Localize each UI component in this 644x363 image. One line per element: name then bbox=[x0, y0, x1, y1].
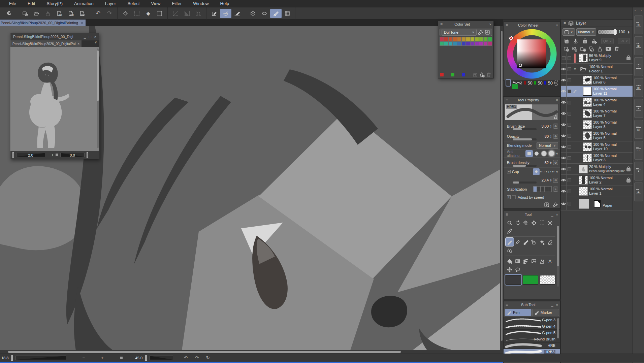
tab-pen[interactable]: Pen bbox=[505, 309, 532, 316]
zoom-out-button[interactable]: − bbox=[82, 355, 85, 360]
fill-tool[interactable] bbox=[506, 257, 514, 265]
material-folder-favorites-2[interactable]: ★ bbox=[634, 162, 643, 180]
document-tab-close-icon[interactable]: × bbox=[81, 21, 83, 25]
new-file-button[interactable] bbox=[19, 9, 31, 18]
delete-color-icon[interactable] bbox=[486, 72, 491, 77]
layer-checkbox[interactable] bbox=[567, 197, 572, 210]
brush-size-slider[interactable] bbox=[513, 128, 537, 130]
new-raster-layer-icon[interactable] bbox=[564, 46, 569, 52]
brush-mode-button[interactable] bbox=[270, 9, 282, 18]
layer-visibility-toggle[interactable] bbox=[561, 164, 567, 175]
auto-select-tool[interactable] bbox=[546, 219, 554, 227]
set-as-draft-dropdown[interactable]: Q×∨ bbox=[601, 38, 613, 44]
gap-collapse-toggle[interactable]: − bbox=[507, 170, 511, 173]
export-jpg-button[interactable]: jpg bbox=[54, 9, 65, 18]
navigator-scrollbar[interactable] bbox=[97, 48, 99, 148]
layer-visibility-toggle[interactable] bbox=[561, 75, 567, 86]
layer-row[interactable]: 100 % NormalLayer 10 bbox=[561, 141, 633, 153]
layer-checkbox[interactable] bbox=[567, 64, 572, 75]
layer-opacity-value[interactable]: 100 bbox=[618, 30, 625, 34]
color-swatch[interactable] bbox=[440, 37, 444, 41]
quick-red-swatch[interactable] bbox=[440, 73, 444, 76]
brush-density-dynamics-button[interactable]: ⊘ bbox=[553, 160, 558, 165]
pencil-tool[interactable] bbox=[514, 238, 522, 246]
color-swatch[interactable] bbox=[475, 41, 479, 46]
panel-menu-icon[interactable]: ≡ bbox=[506, 98, 508, 102]
tool-panel[interactable]: ≡ Tool _ × bbox=[503, 211, 560, 299]
palette-color-dropdown[interactable]: ∨ bbox=[562, 28, 575, 36]
opacity-slider[interactable] bbox=[513, 138, 537, 140]
layer-row[interactable]: 100 % NormalLayer 1 bbox=[561, 186, 633, 197]
restore-defaults-icon[interactable] bbox=[544, 202, 549, 207]
layer-checkbox[interactable] bbox=[567, 186, 572, 197]
color-swatch[interactable] bbox=[475, 37, 479, 41]
operation-tool[interactable] bbox=[506, 265, 514, 274]
color-swatch[interactable] bbox=[466, 41, 470, 46]
sub-tool-minimize-icon[interactable]: _ bbox=[551, 303, 553, 307]
layer-row[interactable]: 100 % NormalLayer 3 bbox=[561, 153, 633, 164]
color-wheel-close-icon[interactable]: × bbox=[556, 23, 558, 27]
sub-color-swatch[interactable] bbox=[512, 84, 518, 89]
merge-with-lower-layer-icon[interactable] bbox=[597, 46, 603, 52]
menu-story[interactable]: Story(P) bbox=[41, 1, 68, 6]
material-folder-image[interactable]: ▤ bbox=[634, 120, 643, 139]
layer-thumbnail[interactable] bbox=[579, 54, 588, 62]
transfer-to-lower-layer-icon[interactable] bbox=[589, 46, 594, 52]
layer-thumbnail[interactable] bbox=[583, 87, 592, 96]
layer-row[interactable]: 100 % NormalLayer 8 bbox=[561, 119, 633, 130]
open-file-button[interactable] bbox=[31, 9, 42, 18]
blend-tool[interactable] bbox=[506, 246, 514, 255]
layer-thumbnail[interactable] bbox=[579, 187, 588, 196]
gap-slider[interactable] bbox=[513, 182, 537, 184]
layer-row-selected[interactable]: 100 % NormalLayer 11 bbox=[561, 86, 633, 97]
deselect-button[interactable] bbox=[170, 9, 181, 18]
layer-visibility-toggle[interactable] bbox=[561, 64, 567, 75]
sub-tool-item[interactable]: G-pen 4 bbox=[504, 323, 560, 330]
brush-size-dynamics-button[interactable]: ⊘ bbox=[553, 124, 558, 129]
sub-tool-close-icon[interactable]: × bbox=[556, 303, 558, 307]
text-tool[interactable]: A bbox=[546, 257, 554, 265]
gap-value[interactable]: 23.4 bbox=[542, 178, 549, 182]
layer-thumbnail[interactable] bbox=[583, 98, 592, 107]
color-swatch[interactable] bbox=[483, 41, 488, 46]
gap-mode-options[interactable]: ●● ⟩ ● ⟨ ●●● bbox=[540, 170, 555, 173]
unlock-icon[interactable] bbox=[554, 115, 558, 119]
sub-tool-title-bar[interactable]: ≡ Sub Tool _ × bbox=[504, 301, 560, 308]
layer-checkbox[interactable] bbox=[567, 86, 572, 97]
adjust-expand-toggle[interactable]: + bbox=[507, 195, 511, 199]
lock-transparent-pixels-icon[interactable] bbox=[592, 38, 597, 44]
color-set-preset-dropdown[interactable]: DullTone ∨ bbox=[442, 29, 477, 36]
nav-rotate-handle[interactable] bbox=[87, 152, 88, 158]
replace-color-icon[interactable] bbox=[473, 72, 478, 77]
layer-visibility-toggle[interactable] bbox=[561, 186, 567, 197]
snap-to-ruler-button[interactable] bbox=[208, 9, 220, 18]
layer-visibility-toggle[interactable] bbox=[561, 153, 567, 164]
grid-button[interactable] bbox=[282, 9, 293, 18]
layer-visibility-toggle[interactable] bbox=[561, 97, 567, 108]
layer-row[interactable]: 100 % NormalLayer 5 bbox=[561, 130, 633, 141]
navigator-minimize-icon[interactable]: _ bbox=[84, 35, 86, 39]
gap-mode-selected[interactable] bbox=[533, 168, 540, 175]
aa-strong-option[interactable] bbox=[548, 150, 555, 157]
menu-layer[interactable]: Layer bbox=[99, 1, 122, 6]
brush-size-value[interactable]: 3.00 bbox=[542, 124, 549, 128]
layer-row[interactable]: 100 % NormalLayer 2 bbox=[561, 175, 633, 186]
color-set-minimize-icon[interactable]: _ bbox=[484, 22, 486, 26]
frame-border-tool[interactable] bbox=[530, 257, 538, 265]
sub-tool-item[interactable]: G-pen 3 bbox=[504, 317, 560, 323]
tab-marker[interactable]: Marker bbox=[532, 309, 559, 316]
layer-visibility-toggle[interactable] bbox=[561, 175, 567, 186]
color-swatch[interactable] bbox=[457, 37, 461, 41]
layer-thumbnail[interactable] bbox=[583, 154, 592, 162]
transparent-color[interactable] bbox=[540, 275, 555, 285]
menu-file[interactable]: File bbox=[3, 1, 22, 6]
layer-thumbnail[interactable] bbox=[583, 109, 592, 118]
color-swatch[interactable] bbox=[444, 37, 448, 41]
statusbar-rotation-slider[interactable] bbox=[150, 356, 173, 360]
layer-thumbnail[interactable] bbox=[579, 176, 588, 185]
stabilization-level-5[interactable] bbox=[548, 186, 552, 192]
sub-tool-item[interactable]: HRB bbox=[504, 342, 560, 349]
nav-rotate-slider[interactable]: 0.0 bbox=[60, 153, 85, 157]
rotate-cw-button[interactable]: ↷ bbox=[195, 355, 199, 360]
aa-weak-option[interactable] bbox=[533, 150, 540, 157]
